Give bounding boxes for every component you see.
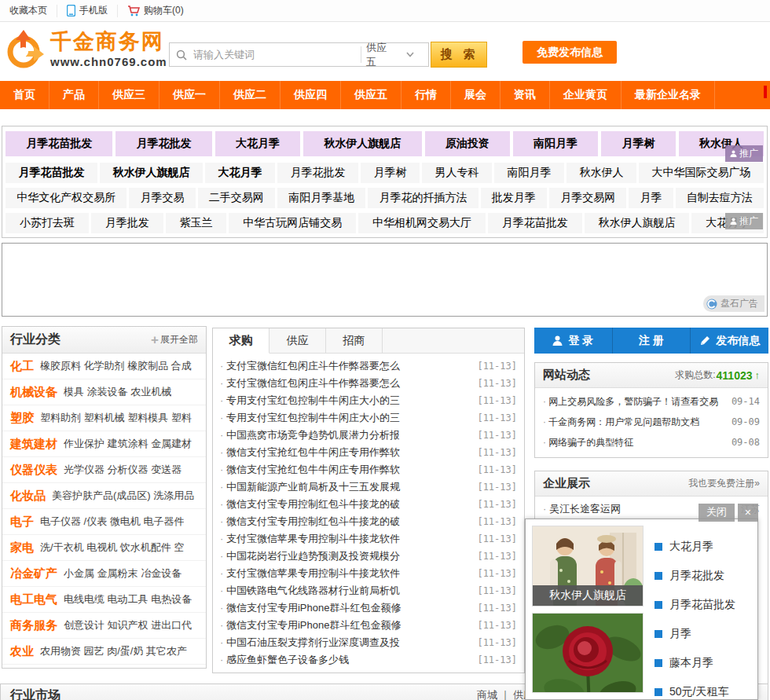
lead-title[interactable]: 支付宝微信苹果专用控制斗牛接龙软件: [220, 566, 472, 581]
category-sublinks[interactable]: 光学仪器 分析仪器 变送器: [64, 463, 182, 477]
keyword-link[interactable]: 批发月季: [481, 188, 547, 208]
keyword-link[interactable]: 男人专科: [422, 163, 492, 183]
keyword-link[interactable]: 南阳月季: [494, 163, 564, 183]
keyword-link[interactable]: 月季花批发: [277, 163, 358, 183]
lead-title[interactable]: 中国燕窝市场竞争趋势饥展潜力分析报: [220, 428, 472, 442]
category-sublinks[interactable]: 小金属 金属粉末 冶金设备: [64, 566, 182, 581]
nav-item[interactable]: 最新企业名录: [622, 81, 715, 109]
category-sublinks[interactable]: 洗/干衣机 电视机 饮水机配件 空: [40, 541, 184, 555]
category-sublinks[interactable]: 创意设计 知识产权 进出口代: [64, 618, 192, 632]
category-sublinks[interactable]: 电线电缆 电动工具 电热设备: [64, 592, 192, 607]
keyword-link[interactable]: 月季树: [361, 163, 420, 183]
category-sublinks[interactable]: 作业保护 建筑涂料 金属建材: [64, 437, 192, 451]
rose-photo[interactable]: [532, 613, 644, 694]
nav-item[interactable]: 供应四: [280, 81, 341, 109]
keyword-link[interactable]: 月季花的扦插方法: [368, 188, 478, 208]
lead-title[interactable]: 专用支付宝红包控制牛牛闲庄大小的三: [220, 411, 472, 425]
search-button[interactable]: 搜 索: [431, 42, 487, 68]
nav-item[interactable]: 企业黄页: [550, 81, 622, 109]
float-panel-link[interactable]: 大花月季: [654, 540, 751, 554]
nav-item[interactable]: 供应二: [220, 81, 280, 109]
leads-tab[interactable]: 供应: [270, 328, 326, 353]
category-name[interactable]: 化妆品: [10, 489, 46, 504]
promoted-keyword-tag[interactable]: 月季树: [601, 131, 675, 156]
close-x-icon[interactable]: ×: [738, 504, 758, 522]
keyword-link[interactable]: 秋水伊人: [566, 163, 636, 183]
keyword-link[interactable]: 月季花苗批发: [6, 163, 97, 183]
keyword-link[interactable]: 二手交易网: [198, 188, 275, 208]
nav-item[interactable]: 供应三: [99, 81, 160, 109]
lead-title[interactable]: 中国铁路电气化线路器材行业前局析饥: [220, 584, 472, 598]
leads-tab[interactable]: 求购: [213, 328, 270, 354]
nav-item[interactable]: 展会: [451, 81, 500, 109]
float-panel-link[interactable]: 藤本月季: [654, 656, 751, 670]
category-name[interactable]: 仪器仪表: [10, 463, 57, 478]
category-name[interactable]: 家电: [10, 541, 34, 555]
keyword-link[interactable]: 中华文化产权交易所: [6, 188, 126, 208]
lead-title[interactable]: 微信支付宝专用iPhone群斗红包金额修: [220, 601, 472, 615]
category-name[interactable]: 商务服务: [10, 618, 57, 633]
category-sublinks[interactable]: 塑料助剂 塑料机械 塑料模具 塑料: [40, 411, 192, 425]
lead-title[interactable]: 中国新能源产业前局析及十三五发展规: [220, 480, 472, 494]
promoted-keyword-tag[interactable]: 月季花批发: [116, 131, 211, 156]
keyword-link[interactable]: 南阳月季基地: [277, 188, 365, 208]
lead-title[interactable]: 支付宝微信红包闲庄斗牛作弊器要怎么: [220, 359, 472, 373]
category-name[interactable]: 电工电气: [10, 592, 57, 607]
lead-title[interactable]: 微信支付宝抢红包牛牛闲庄专用作弊软: [220, 463, 472, 477]
news-title[interactable]: 网上交易风险多，警防骗子！请查看交易: [543, 395, 725, 409]
float-panel-link[interactable]: 月季花批发: [654, 569, 751, 583]
float-panel-link[interactable]: 月季: [654, 627, 751, 641]
category-name[interactable]: 机械设备: [10, 385, 57, 400]
keyword-link[interactable]: 小苏打去斑: [6, 213, 89, 233]
lead-title[interactable]: 中国花岗岩行业趋势预测及投资规模分: [220, 549, 472, 563]
cart-link[interactable]: 购物车(0): [117, 5, 193, 17]
lead-title[interactable]: 感应鱼虾蟹色子设备多少钱: [220, 653, 472, 667]
keyword-link[interactable]: 月季: [629, 188, 673, 208]
keyword-link[interactable]: 月季交易网: [549, 188, 626, 208]
category-name[interactable]: 冶金矿产: [10, 566, 57, 581]
keyword-link[interactable]: 月季批发: [91, 213, 163, 233]
category-name[interactable]: 电子: [10, 515, 34, 530]
post-lead-button[interactable]: 发布信息: [691, 328, 768, 354]
promoted-keyword-tag[interactable]: 秋水伊人旗舰店: [303, 131, 421, 156]
nav-item[interactable]: 供应五: [341, 81, 402, 109]
lead-title[interactable]: 微信支付宝专用控制红包斗牛接龙的破: [220, 515, 472, 529]
logo[interactable]: 千金商务网 www.chn0769.com: [5, 28, 167, 71]
promoted-keyword-tag[interactable]: 月季花苗批发: [6, 131, 112, 156]
keyword-link[interactable]: 紫玉兰: [166, 213, 227, 233]
promoted-keyword-tag[interactable]: 原油投资: [425, 131, 510, 156]
leads-tab[interactable]: 招商: [326, 328, 383, 353]
news-title[interactable]: 网络骗子的典型特征: [543, 436, 725, 449]
favorite-link[interactable]: 收藏本页: [0, 5, 57, 17]
float-panel-link[interactable]: 月季花苗批发: [654, 598, 751, 612]
news-title[interactable]: 千金商务网：用户常见问题帮助文档: [543, 416, 725, 429]
register-free-link[interactable]: 我也要免费注册»: [688, 477, 760, 490]
nav-item[interactable]: 行情: [402, 81, 451, 109]
login-button[interactable]: 登 录: [534, 328, 613, 354]
lead-title[interactable]: 专用支付宝红包控制牛牛闲庄大小的三: [220, 394, 472, 408]
category-sublinks[interactable]: 电子仪器 /仪表 微电机 电子器件: [40, 515, 184, 529]
float-panel-link[interactable]: 50元/天租车: [654, 685, 751, 699]
category-name[interactable]: 塑胶: [10, 411, 34, 426]
lead-title[interactable]: 微信支付宝专用控制红包斗牛接龙的破: [220, 497, 472, 511]
nav-item[interactable]: 供应一: [160, 81, 220, 109]
register-button[interactable]: 注 册: [613, 328, 691, 354]
lead-title[interactable]: 微信支付宝专用iPhone群斗红包金额修: [220, 618, 472, 632]
lead-title[interactable]: 中国石油压裂支撑剂行业深度调查及投: [220, 636, 472, 650]
keyword-link[interactable]: 大花月季: [205, 163, 275, 183]
keyword-link[interactable]: 自制去痘方法: [676, 188, 764, 208]
nav-item[interactable]: 资讯: [500, 81, 550, 109]
category-sublinks[interactable]: 农用物资 园艺 肉/蛋/奶 其它农产: [40, 644, 187, 658]
keyword-link[interactable]: 月季花苗批发: [488, 213, 582, 233]
storefront-photo[interactable]: 秋水伊人旗舰店: [532, 526, 644, 607]
promoted-keyword-tag[interactable]: 大花月季: [215, 131, 300, 156]
keyword-link[interactable]: 秋水伊人旗舰店: [585, 213, 690, 233]
keyword-link[interactable]: 中华相机网交易大厅: [358, 213, 486, 233]
close-button[interactable]: 关闭: [698, 504, 735, 522]
search-input[interactable]: [192, 48, 354, 61]
lead-title[interactable]: 微信支付宝抢红包牛牛闲庄专用作弊软: [220, 445, 472, 460]
keyword-link[interactable]: 大中华国际交易广场: [639, 163, 764, 183]
lead-title[interactable]: 支付宝微信红包闲庄斗牛作弊器要怎么: [220, 376, 472, 390]
search-category-select[interactable]: 供应五: [361, 46, 428, 63]
nav-item[interactable]: 产品: [50, 81, 99, 109]
